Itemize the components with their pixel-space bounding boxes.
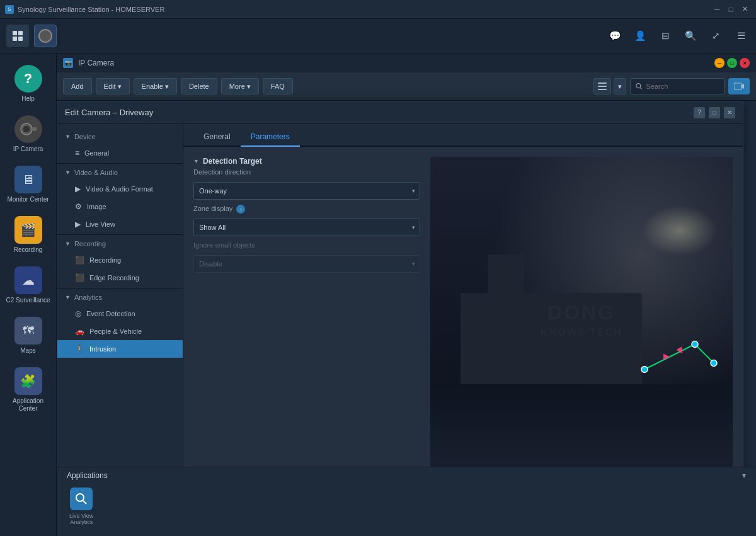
ignore-small-objects-group: Ignore small objects Disable Enable ▾ (193, 241, 420, 273)
general-icon: ≡ (75, 149, 79, 157)
nav-label-video-format: Video & Audio Format (86, 185, 153, 193)
svg-rect-8 (598, 86, 607, 87)
sidebar-label-ipcamera: IP Camera (13, 145, 43, 153)
faq-button[interactable]: FAQ (263, 78, 293, 94)
sidebar-item-ipcamera[interactable]: IP Camera (3, 110, 54, 158)
ipcam-close-btn[interactable]: ✕ (740, 58, 750, 68)
device-chevron: ▼ (65, 134, 71, 140)
sidebar-item-recording[interactable]: 🎬 Recording (3, 211, 54, 259)
modal-title: Edit Camera – Driveway (65, 108, 153, 117)
active-app-tab[interactable] (34, 25, 57, 47)
nav-section-video[interactable]: ▼ Video & Audio (57, 165, 183, 180)
zone-display-info-icon[interactable]: i (236, 205, 245, 214)
modal-close-btn[interactable]: ✕ (724, 107, 735, 118)
sidebar-item-appcenter[interactable]: 🧩 Application Center (3, 362, 54, 418)
live-view-analytics-label: Live ViewAnalytics (69, 513, 93, 525)
main-layout: ? Help IP Camera 🖥 Monitor Center 🎬 Reco… (0, 54, 756, 536)
svg-marker-16 (677, 346, 685, 355)
svg-rect-2 (13, 37, 17, 41)
content-area: 📷 IP Camera ─ □ ✕ Add Edit ▾ Enable ▾ De… (57, 54, 756, 536)
applications-items: Live ViewAnalytics (67, 485, 746, 528)
enable-button[interactable]: Enable ▾ (134, 78, 177, 94)
maximize-button[interactable]: □ (724, 3, 737, 16)
more-button[interactable]: More ▾ (221, 78, 259, 94)
toolbar-right: 💬 👤 ⊟ 🔍 ⤢ ☰ (606, 27, 750, 45)
ipcam-minimize-btn[interactable]: ─ (714, 58, 724, 68)
ipcamera-window: 📷 IP Camera ─ □ ✕ Add Edit ▾ Enable ▾ De… (57, 54, 756, 536)
edit-button[interactable]: Edit ▾ (96, 78, 130, 94)
user-icon[interactable]: 👤 (631, 27, 649, 45)
detection-direction-select[interactable]: One-way Two-way (193, 182, 420, 200)
left-sidebar: ? Help IP Camera 🖥 Monitor Center 🎬 Reco… (0, 54, 57, 536)
sidebar-label-recording: Recording (14, 246, 43, 254)
windows-icon[interactable]: ⊟ (656, 27, 674, 45)
ignore-objects-select: Disable Enable (193, 255, 420, 273)
ignore-small-objects-label: Ignore small objects (193, 241, 420, 249)
modal-help-btn[interactable]: ? (694, 107, 705, 118)
video-format-icon: ▶ (75, 185, 81, 193)
nav-item-live-view[interactable]: ▶ Live View (57, 215, 183, 233)
chat-icon[interactable]: 💬 (606, 27, 624, 45)
nav-item-intrusion[interactable]: 🚶 Intrusion (57, 340, 183, 358)
ipcam-maximize-btn[interactable]: □ (727, 58, 737, 68)
nav-item-event-detection[interactable]: ◎ Event Detection (57, 305, 183, 322)
recording-section-label: Recording (74, 240, 106, 248)
delete-button[interactable]: Delete (181, 78, 217, 94)
nav-label-people-vehicle: People & Vehicle (89, 328, 142, 335)
ipcam-win-controls: ─ □ ✕ (714, 58, 750, 68)
event-detection-icon: ◎ (75, 309, 81, 318)
tab-general[interactable]: General (193, 128, 241, 147)
search-icon[interactable]: 🔍 (682, 27, 699, 45)
applications-collapse-icon[interactable]: ▾ (742, 471, 746, 480)
modal-tabs: General Parameters (183, 124, 743, 147)
fullscreen-icon[interactable]: ⤢ (707, 27, 724, 45)
nav-section-recording[interactable]: ▼ Recording (57, 236, 183, 251)
nav-label-edge-recording: Edge Recording (89, 274, 139, 282)
title-bar: S Synology Surveillance Station - HOMESE… (0, 0, 756, 19)
sidebar-item-c2[interactable]: ☁ C2 Surveillance (3, 261, 54, 309)
tab-parameters[interactable]: Parameters (241, 128, 300, 147)
search-input-icon (636, 83, 643, 90)
monitor-icon: 🖥 (14, 166, 42, 193)
menu-icon[interactable]: ☰ (732, 27, 750, 45)
title-bar-left: S Synology Surveillance Station - HOMESE… (5, 5, 164, 14)
help-icon: ? (14, 65, 42, 93)
app-grid-button[interactable] (6, 25, 29, 47)
list-view-dropdown-btn[interactable]: ▾ (614, 78, 626, 94)
zone-display-label-row: Zone display i (193, 205, 420, 214)
modal-header-controls: ? □ ✕ (694, 107, 735, 118)
video-chevron: ▼ (65, 169, 71, 176)
svg-point-18 (692, 341, 698, 348)
zone-display-select[interactable]: Show All Show Selected Hide All (193, 219, 420, 236)
modal-maximize-btn[interactable]: □ (709, 107, 720, 118)
modal-content-body: ▼ Detection Target Detection direction O… (183, 147, 743, 504)
nav-item-edge-recording[interactable]: ⬛ Edge Recording (57, 269, 183, 287)
nav-item-image[interactable]: ⚙ Image (57, 198, 183, 215)
svg-point-10 (636, 84, 641, 88)
nav-item-people-vehicle[interactable]: 🚗 People & Vehicle (57, 322, 183, 340)
nav-item-general[interactable]: ≡ General (57, 144, 183, 162)
image-icon: ⚙ (75, 202, 82, 211)
nav-label-intrusion: Intrusion (89, 345, 116, 353)
nav-section-analytics[interactable]: ▼ Analytics (57, 290, 183, 305)
sidebar-item-maps[interactable]: 🗺 Maps (3, 312, 54, 360)
add-button[interactable]: Add (63, 78, 92, 94)
top-toolbar: 💬 👤 ⊟ 🔍 ⤢ ☰ (0, 19, 756, 54)
sidebar-item-help[interactable]: ? Help (3, 60, 54, 108)
nav-label-general: General (84, 149, 109, 157)
minimize-button[interactable]: ─ (711, 3, 723, 16)
sidebar-item-monitor[interactable]: 🖥 Monitor Center (3, 161, 54, 208)
nav-item-video-format[interactable]: ▶ Video & Audio Format (57, 180, 183, 198)
nav-item-recording[interactable]: ⬛ Recording (57, 251, 183, 269)
search-input[interactable] (646, 83, 719, 90)
live-view-analytics-icon (70, 488, 93, 510)
camera-add-icon-btn[interactable] (728, 78, 750, 94)
svg-line-11 (640, 88, 641, 89)
close-button[interactable]: ✕ (738, 3, 751, 16)
svg-line-15 (695, 345, 714, 363)
nav-section-device[interactable]: ▼ Device (57, 129, 183, 144)
live-view-analytics-item[interactable]: Live ViewAnalytics (67, 485, 96, 528)
video-section-label: Video & Audio (74, 169, 118, 176)
live-view-icon: ▶ (75, 220, 81, 229)
list-view-btn[interactable] (593, 78, 611, 94)
